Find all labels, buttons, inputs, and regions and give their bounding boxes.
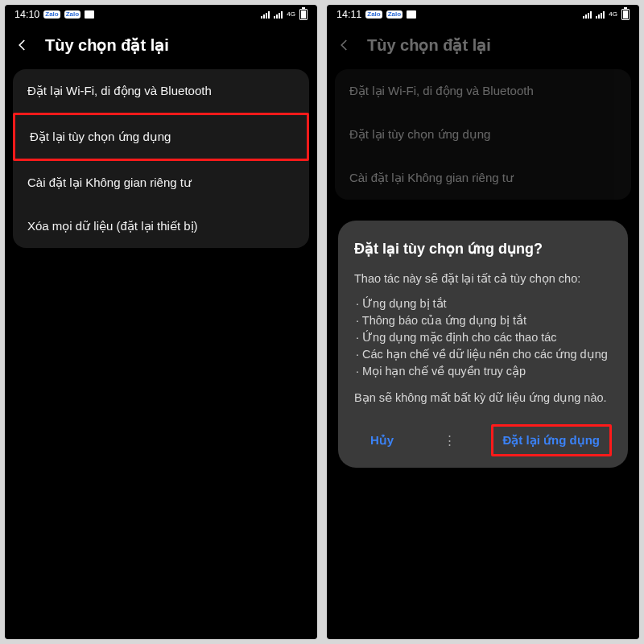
status-bar: 14:11 Zalo Zalo 4G: [327, 5, 639, 24]
row-reset-private-space[interactable]: Cài đặt lại Không gian riêng tư: [13, 161, 309, 204]
dialog-note: Bạn sẽ không mất bất kỳ dữ liệu ứng dụng…: [354, 390, 612, 407]
row-reset-network[interactable]: Đặt lại Wi-Fi, di động và Bluetooth: [335, 69, 631, 113]
phone-left: 14:10 Zalo Zalo 4G Tùy chọn đặt lại Đặt …: [5, 5, 317, 639]
signal-icon: [274, 10, 283, 19]
signal-icon: [261, 10, 270, 19]
row-reset-private-space[interactable]: Cài đặt lại Không gian riêng tư: [335, 156, 631, 200]
dialog-bullet: Ứng dụng bị tắt: [354, 295, 612, 312]
zalo-badge-icon: Zalo: [365, 10, 382, 19]
network-type: 4G: [609, 11, 617, 18]
dialog-bullet: Mọi hạn chế về quyền truy cập: [354, 363, 612, 380]
more-icon[interactable]: ⋮: [442, 431, 459, 449]
confirm-dialog: Đặt lại tùy chọn ứng dụng? Thao tác này …: [338, 221, 628, 468]
page-header: Tùy chọn đặt lại: [327, 24, 639, 69]
dialog-bullets: Ứng dụng bị tắt Thông báo của ứng dụng b…: [354, 295, 612, 380]
page-title: Tùy chọn đặt lại: [45, 35, 169, 55]
confirm-button[interactable]: Đặt lại ứng dụng: [503, 431, 600, 449]
confirm-button-highlight: Đặt lại ứng dụng: [491, 424, 612, 456]
row-reset-app-prefs[interactable]: Đặt lại tùy chọn ứng dụng: [335, 113, 631, 156]
status-time: 14:11: [336, 9, 361, 20]
page-header: Tùy chọn đặt lại: [5, 24, 317, 69]
dialog-bullet: Các hạn chế về dữ liệu nền cho các ứng d…: [354, 346, 612, 363]
image-icon: [85, 10, 94, 19]
phone-right: 14:11 Zalo Zalo 4G Tùy chọn đặt lại Đặt …: [327, 5, 639, 639]
battery-icon: [299, 9, 308, 20]
battery-icon: [621, 9, 630, 20]
signal-icon: [596, 10, 605, 19]
settings-list: Đặt lại Wi-Fi, di động và Bluetooth Đặt …: [13, 69, 309, 248]
zalo-badge-icon: Zalo: [64, 10, 80, 19]
dialog-bullet: Thông báo của ứng dụng bị tắt: [354, 312, 612, 329]
page-title: Tùy chọn đặt lại: [367, 35, 491, 55]
image-icon: [407, 10, 416, 19]
row-reset-network[interactable]: Đặt lại Wi-Fi, di động và Bluetooth: [13, 69, 309, 113]
network-type: 4G: [287, 11, 295, 18]
zalo-badge-icon: Zalo: [386, 10, 402, 19]
status-bar: 14:10 Zalo Zalo 4G: [5, 5, 317, 24]
cancel-button[interactable]: Hủy: [354, 425, 410, 456]
back-icon[interactable]: [14, 37, 31, 53]
back-icon[interactable]: [336, 37, 353, 53]
dialog-intro: Thao tác này sẽ đặt lại tất cả tùy chọn …: [354, 270, 612, 287]
row-reset-app-prefs[interactable]: Đặt lại tùy chọn ứng dụng: [13, 113, 309, 161]
settings-list: Đặt lại Wi-Fi, di động và Bluetooth Đặt …: [335, 69, 631, 200]
signal-icon: [583, 10, 592, 19]
zalo-badge-icon: Zalo: [43, 10, 60, 19]
status-time: 14:10: [14, 9, 39, 20]
dialog-title: Đặt lại tùy chọn ứng dụng?: [354, 238, 612, 259]
dialog-bullet: Ứng dụng mặc định cho các thao tác: [354, 329, 612, 346]
row-factory-reset[interactable]: Xóa mọi dữ liệu (đặt lại thiết bị): [13, 204, 309, 248]
dialog-actions: Hủy ⋮ Đặt lại ứng dụng: [354, 424, 612, 456]
